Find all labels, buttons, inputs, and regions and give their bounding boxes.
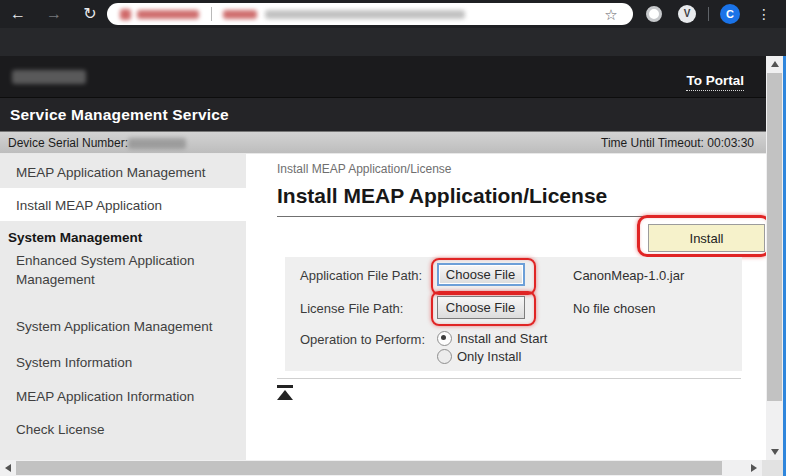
bookmark-star-icon[interactable]: ☆	[601, 5, 621, 23]
vertical-scrollbar-thumb[interactable]	[767, 73, 782, 401]
scroll-down-icon[interactable]	[766, 443, 783, 460]
extension-icon[interactable]	[646, 6, 662, 22]
page-title: Service Management Service	[10, 106, 229, 124]
scroll-up-icon[interactable]	[766, 56, 783, 73]
operation-to-perform-label: Operation to Perform:	[300, 332, 425, 347]
scroll-to-top-icon[interactable]	[277, 385, 294, 401]
sidebar-item-meap-application-management[interactable]: MEAP Application Management	[16, 163, 230, 182]
breadcrumb: Install MEAP Application/License	[277, 162, 452, 176]
application-choose-file-button[interactable]: Choose File	[437, 263, 525, 286]
sidebar: MEAP Application Management Install MEAP…	[0, 154, 246, 460]
extension-v-icon[interactable]: V	[678, 5, 696, 23]
sidebar-item-meap-application-information[interactable]: MEAP Application Information	[16, 387, 230, 406]
profile-avatar[interactable]: C	[720, 4, 740, 24]
bottom-rule	[277, 378, 741, 379]
horizontal-scrollbar-thumb[interactable]	[16, 461, 722, 475]
reload-icon[interactable]: ↻	[78, 0, 102, 28]
not-secure-warning-icon	[120, 9, 131, 20]
back-icon[interactable]: ←	[6, 0, 30, 28]
sidebar-item-enhanced-system-application-management[interactable]: Enhanced System Application Management	[16, 251, 230, 289]
scroll-right-icon[interactable]	[746, 460, 762, 476]
status-bar: Device Serial Number: Time Until Timeout…	[0, 131, 786, 154]
toolbar-divider	[708, 7, 709, 21]
license-file-status: No file chosen	[573, 301, 655, 316]
sidebar-section-system-management: System Management	[8, 230, 142, 245]
choose-file-annotation-ring: Choose File	[431, 291, 536, 326]
install-form-panel: Application File Path: Choose File Canon…	[285, 257, 742, 371]
redacted-not-secure-text	[137, 10, 199, 19]
redacted-serial-number	[128, 138, 186, 149]
screen: ← → ↻ ☆ V C ⋮ »	[0, 0, 786, 476]
license-choose-file-button[interactable]: Choose File	[437, 296, 525, 319]
page-header-band: Service Management Service	[0, 97, 786, 131]
application-file-name: CanonMeap-1.0.jar	[573, 268, 684, 283]
install-annotation-ring: Install	[637, 215, 771, 257]
sidebar-item-system-application-management[interactable]: System Application Management	[16, 317, 230, 336]
browser-toolbar: ← → ↻ ☆ V C ⋮	[0, 0, 786, 28]
main-content: Install MEAP Application/License Install…	[246, 154, 766, 460]
forward-icon[interactable]: →	[42, 0, 66, 28]
install-and-start-radio[interactable]	[437, 331, 452, 346]
install-button[interactable]: Install	[648, 224, 765, 252]
device-serial-label: Device Serial Number:	[8, 136, 128, 150]
address-bar[interactable]: ☆	[107, 3, 633, 25]
chrome-menu-icon[interactable]: ⋮	[752, 0, 776, 28]
address-bar-divider	[211, 7, 212, 21]
bookmarks-bar: »	[0, 28, 786, 56]
redacted-device-name	[12, 70, 86, 84]
page-header-top: To Portal	[0, 56, 786, 97]
horizontal-scrollbar[interactable]	[0, 460, 786, 476]
sidebar-item-install-meap-application[interactable]: Install MEAP Application	[0, 188, 246, 221]
content-title: Install MEAP Application/License	[277, 184, 607, 208]
timeout-label: Time Until Timeout: 00:03:30	[601, 136, 754, 150]
redacted-url-scheme	[223, 10, 257, 19]
choose-file-annotation-ring: Choose File	[431, 258, 536, 295]
sidebar-item-system-information[interactable]: System Information	[16, 353, 230, 372]
to-portal-link[interactable]: To Portal	[686, 73, 744, 91]
redacted-url	[265, 10, 465, 19]
only-install-radio[interactable]	[437, 349, 452, 364]
sidebar-item-check-license[interactable]: Check License	[16, 420, 230, 439]
vertical-scrollbar[interactable]	[766, 56, 783, 460]
license-file-path-label: License File Path:	[300, 301, 403, 316]
sidebar-item-label: Install MEAP Application	[16, 196, 230, 215]
only-install-label: Only Install	[457, 349, 521, 364]
application-file-path-label: Application File Path:	[300, 268, 422, 283]
install-and-start-label: Install and Start	[457, 331, 547, 346]
scroll-left-icon[interactable]	[0, 460, 16, 476]
